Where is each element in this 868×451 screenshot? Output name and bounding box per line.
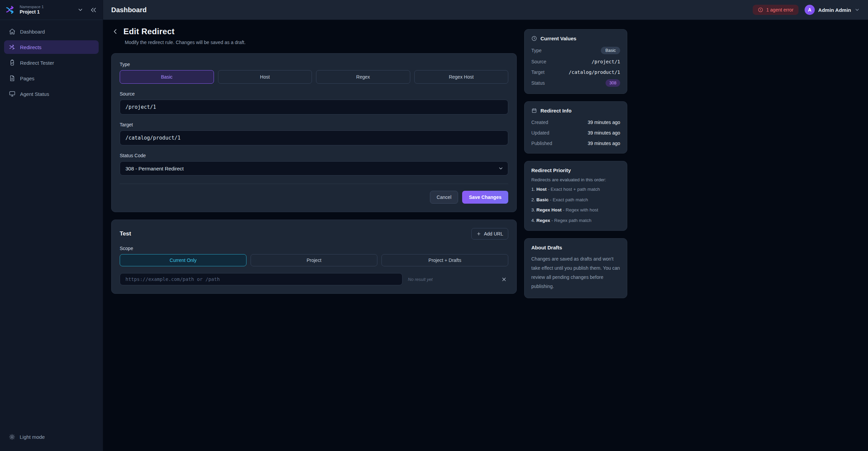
status-code-label: Status Code xyxy=(120,153,508,158)
status-badge: 308 xyxy=(606,79,620,87)
project-label: Project 1 xyxy=(20,9,44,15)
info-row-updated: Updated 39 minutes ago xyxy=(531,129,620,136)
source-input[interactable] xyxy=(120,100,508,115)
sidebar-collapse-button[interactable] xyxy=(90,6,97,14)
clipboard-check-icon xyxy=(9,59,16,66)
chevron-down-icon xyxy=(854,7,860,13)
about-drafts-body: Changes are saved as drafts and won't ta… xyxy=(531,254,620,291)
sidebar-item-agent-status[interactable]: Agent Status xyxy=(4,87,99,101)
add-url-button[interactable]: Add URL xyxy=(471,228,508,240)
monitor-icon xyxy=(9,90,16,97)
sidebar-item-label: Dashboard xyxy=(20,29,45,35)
panel-title: Redirect Info xyxy=(540,108,572,114)
home-icon xyxy=(9,28,16,35)
topbar: Dashboard 1 agent error A Admin Admin xyxy=(103,0,868,20)
scope-option-project[interactable]: Project xyxy=(251,254,377,266)
sidebar-item-redirect-tester[interactable]: Redirect Tester xyxy=(4,56,99,69)
info-row-created: Created 39 minutes ago xyxy=(531,119,620,125)
panel-title: Redirect Priority xyxy=(531,167,571,173)
current-value-row-type: Type Basic xyxy=(531,47,620,54)
sun-icon xyxy=(9,434,15,440)
test-url-row: No result yet xyxy=(120,273,508,285)
page-title: Edit Redirect xyxy=(123,27,175,36)
back-button[interactable] xyxy=(111,27,119,36)
panel-title: Current Values xyxy=(540,36,576,41)
type-segmented-control: Basic Host Regex Regex Host xyxy=(120,70,508,84)
sidebar-item-pages[interactable]: Pages xyxy=(4,71,99,85)
type-option-regex-host[interactable]: Regex Host xyxy=(414,70,509,84)
priority-item: 2. Basic - Exact path match xyxy=(531,197,620,203)
source-label: Source xyxy=(120,91,508,97)
sidebar-item-label: Agent Status xyxy=(20,91,49,97)
current-value-row-source: Source /project/1 xyxy=(531,58,620,65)
sidebar: Namespace 1 Project 1 Dashboard Redirect… xyxy=(0,0,103,451)
sidebar-item-label: Pages xyxy=(20,76,35,81)
current-value-row-status: Status 308 xyxy=(531,79,620,87)
current-value-row-target: Target /catalog/product/1 xyxy=(531,69,620,75)
sidebar-footer: Light mode xyxy=(0,425,103,451)
shuffle-icon xyxy=(9,44,16,50)
close-icon xyxy=(501,276,507,282)
topbar-title: Dashboard xyxy=(111,6,146,14)
redirect-priority-panel: Redirect Priority Redirects are evaluate… xyxy=(524,161,627,231)
scope-segmented-control: Current Only Project Project + Drafts xyxy=(120,254,508,266)
current-values-panel: Current Values Type Basic Source /projec… xyxy=(524,29,627,94)
sidebar-nav: Dashboard Redirects Redirect Tester Page… xyxy=(0,20,103,105)
app-logo-icon xyxy=(5,5,16,15)
theme-toggle-label: Light mode xyxy=(20,434,45,440)
test-card: Test Add URL Scope Current Only Project … xyxy=(111,220,517,294)
redirect-info-panel: Redirect Info Created 39 minutes ago Upd… xyxy=(524,101,627,153)
priority-item: 3. Regex Host - Regex with host xyxy=(531,207,620,213)
type-label: Type xyxy=(120,62,508,67)
scope-option-project-drafts[interactable]: Project + Drafts xyxy=(381,254,508,266)
document-icon xyxy=(9,75,16,82)
test-url-input[interactable] xyxy=(120,273,402,285)
namespace-label: Namespace 1 xyxy=(20,4,44,9)
sidebar-item-label: Redirects xyxy=(20,44,41,50)
target-label: Target xyxy=(120,122,508,127)
type-badge: Basic xyxy=(601,47,620,54)
chevron-left-icon xyxy=(112,28,119,35)
theme-toggle[interactable]: Light mode xyxy=(4,430,99,444)
page-subtitle: Modify the redirect rule. Changes will b… xyxy=(125,40,517,45)
type-option-host[interactable]: Host xyxy=(218,70,312,84)
type-option-regex[interactable]: Regex xyxy=(316,70,410,84)
status-code-select[interactable]: 308 - Permanent Redirect xyxy=(120,161,508,176)
plus-icon xyxy=(476,231,481,236)
cancel-button[interactable]: Cancel xyxy=(430,191,458,204)
user-menu[interactable]: A Admin Admin xyxy=(805,5,860,15)
target-input[interactable] xyxy=(120,130,508,145)
info-row-published: Published 39 minutes ago xyxy=(531,140,620,146)
avatar: A xyxy=(805,5,815,15)
test-result-text: No result yet xyxy=(408,277,433,282)
priority-item: 4. Regex - Regex path match xyxy=(531,217,620,224)
priority-intro: Redirects are evaluated in this order: xyxy=(531,177,620,182)
sidebar-header: Namespace 1 Project 1 xyxy=(0,0,103,20)
agent-error-badge[interactable]: 1 agent error xyxy=(753,5,798,15)
content-area: Edit Redirect Modify the redirect rule. … xyxy=(103,20,868,451)
sidebar-item-dashboard[interactable]: Dashboard xyxy=(4,25,99,38)
type-option-basic[interactable]: Basic xyxy=(120,70,214,84)
save-changes-button[interactable]: Save Changes xyxy=(462,191,508,204)
clock-icon xyxy=(531,36,537,41)
project-dropdown-button[interactable] xyxy=(77,6,84,14)
user-name: Admin Admin xyxy=(818,7,851,13)
panel-title: About Drafts xyxy=(531,245,562,250)
alert-circle-icon xyxy=(758,7,763,13)
remove-url-button[interactable] xyxy=(500,275,508,284)
test-title: Test xyxy=(120,230,131,237)
form-divider xyxy=(120,184,508,184)
sidebar-item-redirects[interactable]: Redirects xyxy=(4,40,99,54)
sidebar-item-label: Redirect Tester xyxy=(20,60,54,66)
about-drafts-panel: About Drafts Changes are saved as drafts… xyxy=(524,238,627,298)
calendar-icon xyxy=(531,108,537,114)
edit-redirect-form-card: Type Basic Host Regex Regex Host Source … xyxy=(111,53,517,212)
priority-item: 1. Host - Exact host + path match xyxy=(531,186,620,193)
project-switcher[interactable]: Namespace 1 Project 1 xyxy=(20,4,44,15)
scope-label: Scope xyxy=(120,246,508,251)
scope-option-current-only[interactable]: Current Only xyxy=(120,254,246,266)
